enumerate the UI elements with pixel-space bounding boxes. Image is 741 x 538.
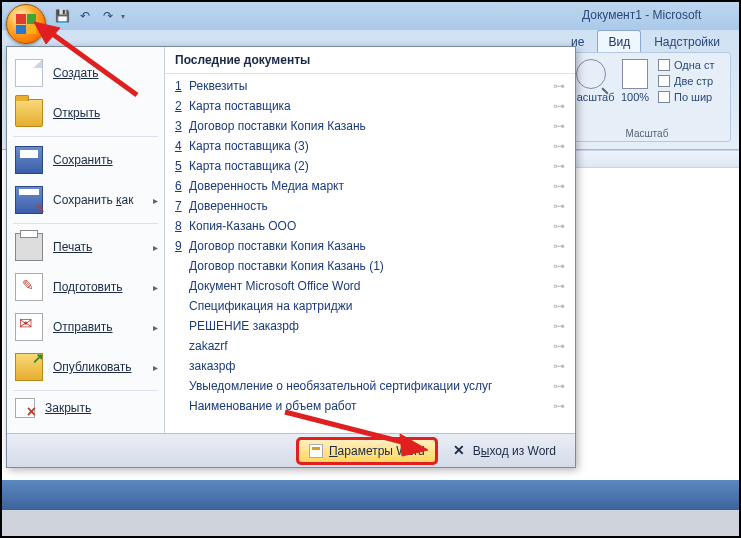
pin-icon[interactable]: ⊶ (553, 339, 565, 353)
menu-prepare[interactable]: Подготовить ▸ (7, 267, 164, 307)
recent-item-number: 7 (175, 199, 189, 213)
recent-item-number: 9 (175, 239, 189, 253)
recent-document-item[interactable]: 5Карта поставщика (2)⊶ (171, 156, 569, 176)
recent-document-item[interactable]: 8Копия-Казань ООО⊶ (171, 216, 569, 236)
pin-icon[interactable]: ⊶ (553, 259, 565, 273)
title-bar: 💾 ↶ ↷ ▾ Документ1 - Microsoft (2, 2, 739, 30)
bottom-strip (2, 510, 739, 536)
two-pages-button[interactable]: Две стр (658, 73, 728, 89)
exit-word-button[interactable]: ✕ Выход из Word (442, 439, 567, 463)
menu-publish[interactable]: Опубликовать ▸ (7, 347, 164, 387)
window-title: Документ1 - Microsoft (582, 8, 701, 22)
close-doc-icon (15, 398, 35, 418)
page-width-button[interactable]: По шир (658, 89, 728, 105)
recent-document-item[interactable]: 2Карта поставщика⊶ (171, 96, 569, 116)
office-menu: Создать Открыть Сохранить Сохранить как … (6, 46, 576, 468)
pin-icon[interactable]: ⊶ (553, 139, 565, 153)
menu-print[interactable]: Печать ▸ (7, 227, 164, 267)
menu-print-label: Печать (53, 240, 92, 254)
two-pages-label: Две стр (674, 73, 713, 89)
ribbon-group-label: Масштаб (564, 128, 730, 139)
ribbon-tab-addins[interactable]: Надстройки (643, 30, 731, 53)
recent-document-item[interactable]: 6Доверенность Медиа маркт⊶ (171, 176, 569, 196)
close-icon: ✕ (453, 444, 467, 458)
qat-redo-button[interactable]: ↷ (98, 7, 118, 25)
recent-document-item[interactable]: Спецификация на картриджи⊶ (171, 296, 569, 316)
separator (13, 136, 158, 137)
ribbon-group-zoom: Масштаб 100% Одна ст Две стр По шир Масш… (563, 52, 731, 142)
qat-customize-dropdown[interactable]: ▾ (121, 7, 129, 25)
recent-item-name: Карта поставщика (189, 99, 553, 113)
pin-icon[interactable]: ⊶ (553, 399, 565, 413)
recent-document-item[interactable]: 3Договор поставки Копия Казань⊶ (171, 116, 569, 136)
ribbon-tab-view[interactable]: Вид (597, 30, 641, 53)
recent-document-item[interactable]: Договор поставки Копия Казань (1)⊶ (171, 256, 569, 276)
pin-icon[interactable]: ⊶ (553, 359, 565, 373)
recent-item-name: Договор поставки Копия Казань (189, 119, 553, 133)
pin-icon[interactable]: ⊶ (553, 119, 565, 133)
pin-icon[interactable]: ⊶ (553, 199, 565, 213)
recent-item-number: 8 (175, 219, 189, 233)
pin-icon[interactable]: ⊶ (553, 299, 565, 313)
chevron-right-icon: ▸ (153, 242, 158, 253)
pin-icon[interactable]: ⊶ (553, 379, 565, 393)
recent-document-item[interactable]: заказрф⊶ (171, 356, 569, 376)
menu-send-label: Отправить (53, 320, 113, 334)
menu-save-label: Сохранить (53, 153, 113, 167)
publish-icon (15, 353, 43, 381)
menu-save[interactable]: Сохранить (7, 140, 164, 180)
pin-icon[interactable]: ⊶ (553, 279, 565, 293)
one-page-label: Одна ст (674, 57, 715, 73)
menu-close-label: Закрыть (45, 401, 91, 415)
recent-document-item[interactable]: Увыедомление о необязательной сертификац… (171, 376, 569, 396)
ribbon-tabs: ие Вид Надстройки (560, 30, 731, 53)
word-options-button[interactable]: Параметры Word (298, 439, 436, 463)
magnifier-icon (576, 59, 606, 89)
recent-item-name: Документ Microsoft Office Word (189, 279, 553, 293)
page-icon (622, 59, 648, 89)
recent-document-item[interactable]: Наименование и объем работ⊶ (171, 396, 569, 416)
menu-new-label: Создать (53, 66, 99, 80)
pin-icon[interactable]: ⊶ (553, 219, 565, 233)
pin-icon[interactable]: ⊶ (553, 99, 565, 113)
separator (13, 223, 158, 224)
recent-item-number: 4 (175, 139, 189, 153)
recent-document-item[interactable]: 9Договор поставки Копия Казань⊶ (171, 236, 569, 256)
recent-document-item[interactable]: Документ Microsoft Office Word⊶ (171, 276, 569, 296)
taskbar-strip (2, 480, 739, 510)
recent-item-name: заказрф (189, 359, 553, 373)
qat-save-button[interactable]: 💾 (52, 7, 72, 25)
menu-open[interactable]: Открыть (7, 93, 164, 133)
pin-icon[interactable]: ⊶ (553, 319, 565, 333)
recent-document-item[interactable]: 4Карта поставщика (3)⊶ (171, 136, 569, 156)
pin-icon[interactable]: ⊶ (553, 179, 565, 193)
separator (13, 390, 158, 391)
recent-document-item[interactable]: 1Реквезиты⊶ (171, 76, 569, 96)
menu-new[interactable]: Создать (7, 53, 164, 93)
pin-icon[interactable]: ⊶ (553, 79, 565, 93)
one-page-button[interactable]: Одна ст (658, 57, 728, 73)
recent-item-name: Договор поставки Копия Казань (189, 239, 553, 253)
one-page-icon (658, 59, 670, 71)
recent-documents-list: 1Реквезиты⊶2Карта поставщика⊶3Договор по… (165, 74, 575, 433)
recent-document-item[interactable]: РЕШЕНИЕ заказрф⊶ (171, 316, 569, 336)
recent-item-name: zakazrf (189, 339, 553, 353)
office-button[interactable] (6, 4, 46, 44)
menu-open-label: Открыть (53, 106, 100, 120)
recent-document-item[interactable]: 7Доверенность⊶ (171, 196, 569, 216)
office-menu-commands: Создать Открыть Сохранить Сохранить как … (7, 47, 165, 433)
recent-document-item[interactable]: zakazrf⊶ (171, 336, 569, 356)
menu-close[interactable]: Закрыть (7, 394, 164, 422)
recent-item-name: РЕШЕНИЕ заказрф (189, 319, 553, 333)
qat-undo-button[interactable]: ↶ (75, 7, 95, 25)
word-options-label: Параметры Word (329, 444, 425, 458)
pin-icon[interactable]: ⊶ (553, 239, 565, 253)
office-menu-footer: Параметры Word ✕ Выход из Word (7, 433, 575, 467)
zoom-100-label: 100% (621, 91, 649, 103)
zoom-100-button[interactable]: 100% (616, 57, 654, 139)
menu-save-as-label: Сохранить как (53, 193, 133, 207)
print-icon (15, 233, 43, 261)
pin-icon[interactable]: ⊶ (553, 159, 565, 173)
menu-send[interactable]: Отправить ▸ (7, 307, 164, 347)
menu-save-as[interactable]: Сохранить как ▸ (7, 180, 164, 220)
